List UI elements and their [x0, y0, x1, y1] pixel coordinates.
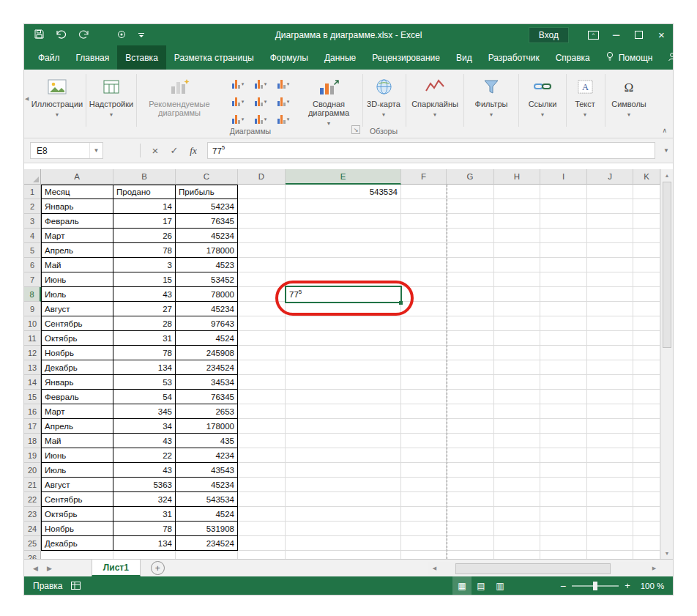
cell-A22[interactable]: Сентябрь [41, 492, 113, 507]
cell-I16[interactable] [540, 404, 587, 419]
cell-C16[interactable]: 2653 [176, 404, 238, 419]
cell-G7[interactable] [447, 272, 494, 287]
ribbon-tab-help[interactable]: Справка [548, 45, 598, 70]
cell-B25[interactable]: 134 [113, 536, 176, 551]
cell-F19[interactable] [401, 448, 447, 463]
cell-K16[interactable] [633, 404, 660, 419]
cell-G10[interactable] [447, 316, 494, 331]
map3d-button[interactable]: 3D-карта ▼ [365, 73, 402, 133]
cell-B23[interactable]: 31 [113, 507, 176, 522]
sign-in-button[interactable]: Вход [529, 27, 569, 43]
cell-E13[interactable] [286, 360, 401, 375]
filters-button[interactable]: Фильтры ▼ [468, 73, 515, 133]
cell-K14[interactable] [633, 375, 660, 390]
area-chart-button[interactable]: ▾ [250, 93, 272, 110]
cell-D7[interactable] [238, 272, 286, 287]
cell-C18[interactable]: 435 [176, 434, 238, 448]
cell-I18[interactable] [540, 434, 587, 448]
cell-C11[interactable]: 4524 [176, 331, 238, 346]
cell-E17[interactable] [286, 419, 401, 434]
cell-B10[interactable]: 28 [113, 316, 176, 331]
cell-D21[interactable] [238, 478, 286, 492]
cell-B24[interactable]: 78 [113, 522, 176, 536]
cell-J11[interactable] [587, 331, 633, 346]
cell-A2[interactable]: Январь [41, 199, 113, 214]
cell-H1[interactable] [494, 185, 540, 199]
row-header-18[interactable]: 18 [24, 434, 41, 448]
stock-chart-button[interactable]: ▾ [250, 111, 272, 127]
cell-B3[interactable]: 17 [113, 214, 176, 229]
cell-D11[interactable] [238, 331, 286, 346]
cell-E19[interactable] [286, 448, 401, 463]
cell-J14[interactable] [587, 375, 633, 390]
cell-J19[interactable] [587, 448, 633, 463]
row-header-14[interactable]: 14 [24, 375, 41, 390]
minimize-button[interactable]: ─ [605, 24, 627, 45]
row-header-10[interactable]: 10 [24, 316, 41, 331]
cell-I15[interactable] [540, 390, 587, 404]
scroll-up-icon[interactable]: ▲ [661, 169, 673, 181]
cell-K2[interactable] [633, 199, 660, 214]
cell-A10[interactable]: Сентябрь [41, 316, 113, 331]
cell-H14[interactable] [494, 375, 540, 390]
symbols-button[interactable]: Ω Символы ▼ [607, 73, 651, 133]
cell-F11[interactable] [401, 331, 447, 346]
cell-H4[interactable] [494, 229, 540, 243]
horizontal-scrollbar-thumb[interactable] [455, 563, 611, 574]
cell-C7[interactable]: 53452 [176, 272, 238, 287]
cell-K23[interactable] [633, 507, 660, 522]
cell-F15[interactable] [401, 390, 447, 404]
row-header-7[interactable]: 7 [24, 272, 41, 287]
cell-C23[interactable]: 4524 [176, 507, 238, 522]
sheet-tab-list1[interactable]: Лист1 [92, 560, 141, 576]
cell-E22[interactable] [286, 492, 401, 507]
cell-B15[interactable]: 54 [113, 390, 176, 404]
cell-A5[interactable]: Апрель [41, 243, 113, 258]
cell-F7[interactable] [401, 272, 447, 287]
formula-input[interactable]: 775 [207, 142, 655, 159]
cell-J17[interactable] [587, 419, 633, 434]
cell-J2[interactable] [587, 199, 633, 214]
ribbon-tab-home[interactable]: Главная [68, 45, 118, 70]
cell-A12[interactable]: Ноябрь [41, 346, 113, 360]
cell-H6[interactable] [494, 258, 540, 272]
cell-J4[interactable] [587, 229, 633, 243]
cell-K26[interactable] [633, 551, 660, 559]
cell-B6[interactable]: 3 [113, 258, 176, 272]
recommended-charts-button[interactable]: Рекомендуемые диаграммы [140, 73, 219, 133]
cell-G6[interactable] [447, 258, 494, 272]
cell-I1[interactable] [540, 185, 587, 199]
name-box-dropdown-icon[interactable]: ▼ [89, 143, 102, 158]
cell-J10[interactable] [587, 316, 633, 331]
cell-K24[interactable] [633, 522, 660, 536]
cell-G11[interactable] [447, 331, 494, 346]
cell-C22[interactable]: 543534 [176, 492, 238, 507]
cell-D4[interactable] [238, 229, 286, 243]
cell-E16[interactable] [286, 404, 401, 419]
cell-H23[interactable] [494, 507, 540, 522]
cell-D25[interactable] [238, 536, 286, 551]
illustrations-button[interactable]: Иллюстрации ▼ [31, 73, 83, 133]
sheet-nav-right-icon[interactable]: ▶ [47, 565, 52, 572]
pie-chart-button[interactable]: ▾ [272, 75, 294, 92]
cell-C24[interactable]: 531908 [176, 522, 238, 536]
ribbon-tab-data[interactable]: Данные [316, 45, 364, 70]
cell-G13[interactable] [447, 360, 494, 375]
column-header-D[interactable]: D [238, 169, 286, 185]
ribbon-tab-developer[interactable]: Разработчик [480, 45, 548, 70]
cell-H24[interactable] [494, 522, 540, 536]
cell-E11[interactable] [286, 331, 401, 346]
line-chart-button[interactable]: ▾ [250, 75, 272, 92]
row-header-20[interactable]: 20 [24, 463, 41, 478]
collapse-ribbon-icon[interactable]: ∧ [662, 127, 667, 134]
cell-G23[interactable] [447, 507, 494, 522]
cell-E26[interactable] [286, 551, 401, 559]
cell-E24[interactable] [286, 522, 401, 536]
cell-J25[interactable] [587, 536, 633, 551]
cell-K25[interactable] [633, 536, 660, 551]
row-header-12[interactable]: 12 [24, 346, 41, 360]
cell-C26[interactable] [176, 551, 238, 559]
cell-K17[interactable] [633, 419, 660, 434]
cell-B7[interactable]: 15 [113, 272, 176, 287]
tab-assistant[interactable]: Помощн [598, 45, 660, 70]
